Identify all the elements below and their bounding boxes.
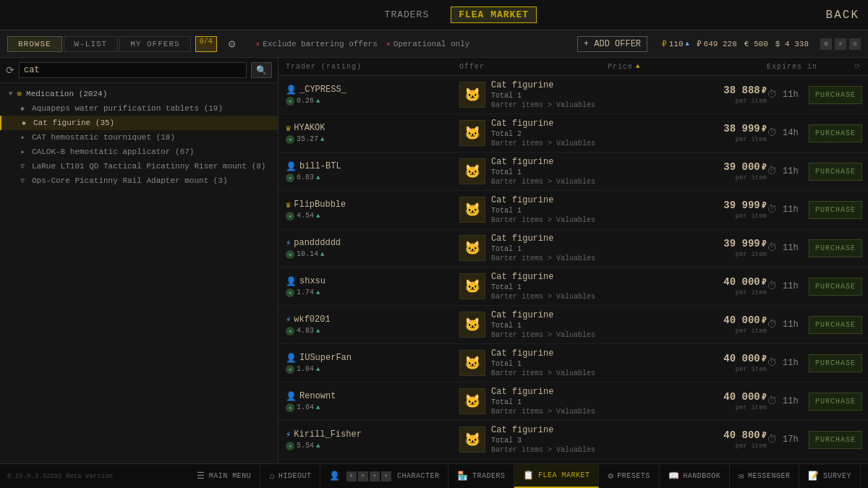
refresh-button[interactable]: ⟳	[6, 64, 14, 77]
offer-cell: 🐱 Cat figurine Total 1 Barter items > Va…	[459, 382, 608, 420]
rating-up-icon: ▲	[316, 213, 320, 220]
ruble-sign: ₽	[762, 430, 767, 441]
flea-market-icon: 📋	[523, 470, 535, 481]
tab-wlist[interactable]: W-LIST	[64, 36, 119, 52]
grid-view-icon[interactable]: ⊞	[820, 38, 832, 50]
tab-my-offers[interactable]: MY OFFERS	[119, 36, 190, 52]
main-menu-icon: ☰	[197, 471, 205, 481]
ruble-sign: ₽	[762, 239, 767, 249]
tab-flea-market[interactable]: FLEA MARKET	[451, 7, 537, 23]
purchase-button[interactable]: PURCHASE	[809, 163, 862, 181]
purchase-button[interactable]: PURCHASE	[809, 316, 862, 334]
item-thumbnail: 🐱	[459, 273, 485, 299]
purchase-button[interactable]: PURCHASE	[809, 239, 862, 257]
offer-details: Cat figurine Total 1 Barter items > Valu…	[491, 387, 595, 416]
table-row[interactable]: 👤 IUSuperFan ● 1.04 ▲ 🐱 Cat figurine Tot…	[278, 344, 868, 382]
nav-flea-market[interactable]: 📋 FLEA MARKET	[514, 464, 599, 488]
refresh-table-icon[interactable]: ⟳	[854, 62, 861, 71]
add-offer-button[interactable]: + ADD OFFER	[577, 36, 647, 52]
exclude-bartering-filter[interactable]: ✕ Exclude bartering offers	[255, 40, 377, 48]
rating-icon: ●	[286, 403, 294, 412]
rating-up-icon: ▲	[316, 289, 320, 296]
nav-survey[interactable]: 📝 SURVEY	[799, 464, 861, 488]
nav-handbook[interactable]: 📖 HANDBOOK	[660, 464, 731, 488]
price-number: 40 000	[723, 353, 760, 364]
clock-icon: ⏱	[767, 242, 777, 254]
table-row[interactable]: ⚡ wkf0201 ● 4.83 ▲ 🐱 Cat figurine Total …	[278, 306, 868, 344]
item-label: LaRue LT101 QD Tactical Picatinny Riser …	[32, 162, 265, 171]
price-number: 39 999	[723, 238, 760, 249]
money-balance3: $ 4 338	[775, 40, 809, 48]
ruble-sign: ₽	[762, 354, 767, 364]
char-add-icon3[interactable]: +	[370, 471, 380, 481]
table-row[interactable]: ♛ FlipBubble ● 4.54 ▲ 🐱 Cat figurine Tot…	[278, 191, 868, 229]
char-add-icon4[interactable]: +	[381, 471, 391, 481]
sidebar-item-cat-tourniquet[interactable]: ✦ CAT hemostatic tourniquet (18)	[0, 130, 278, 145]
sidebar-item-opscore[interactable]: ▽ Ops-Core Picatinny Rail Adapter mount …	[0, 174, 278, 188]
purchase-button[interactable]: PURCHASE	[809, 86, 862, 104]
table-row[interactable]: ♛ HYAKOK ● 35.27 ▲ 🐱 Cat figurine Total …	[278, 114, 868, 153]
sidebar-item-aquapeps[interactable]: ◈ Aquapeps water purification tablets (1…	[0, 101, 278, 116]
table-row[interactable]: ⚡ pandddddd ● 10.14 ▲ 🐱 Cat figurine Tot…	[278, 229, 868, 267]
nav-hideout[interactable]: ⌂ HIDEOUT	[260, 464, 320, 488]
purchase-button[interactable]: PURCHASE	[809, 278, 862, 296]
list-view-icon[interactable]: ≡	[835, 38, 846, 50]
char-add-icon1[interactable]: +	[346, 471, 357, 481]
rating-icon: ●	[286, 288, 294, 297]
expires-time: 11h	[783, 205, 803, 215]
sidebar-item-cat-figurine[interactable]: ◈ Cat figurine (35)	[0, 116, 278, 130]
expires-cell: ⏱ 11h PURCHASE	[767, 201, 861, 219]
table-row[interactable]: ♛ lkty ● 5.28 ▲ 🐱 Cat figurine Total 1 B…	[278, 459, 868, 463]
table-row[interactable]: 👤 Renownt ● 1.64 ▲ 🐱 Cat figurine Total …	[278, 382, 868, 421]
purchase-button[interactable]: PURCHASE	[809, 354, 862, 372]
price-value: 40 000 ₽	[723, 314, 767, 326]
sidebar-item-larue[interactable]: ▽ LaRue LT101 QD Tactical Picatinny Rise…	[0, 159, 278, 174]
purchase-button[interactable]: PURCHASE	[809, 431, 862, 449]
handbook-label: HANDBOOK	[683, 472, 720, 480]
sidebar-item-calok[interactable]: ✦ CALOK-B hemostatic applicator (67)	[0, 145, 278, 159]
nav-main-menu[interactable]: ☰ MAIN MENU	[188, 464, 260, 488]
purchase-button[interactable]: PURCHASE	[809, 201, 862, 219]
offer-category: Barter items > Valuables	[491, 446, 595, 454]
nav-messenger[interactable]: ✉ MESSENGER	[730, 464, 799, 488]
item-thumbnail: 🐱	[459, 197, 485, 223]
sort-arrow-icon: ▲	[636, 63, 640, 70]
price-value: 38 888 ₽	[723, 85, 767, 96]
item-thumbnail: 🐱	[459, 427, 485, 453]
rating-value: 4.83	[297, 327, 314, 335]
settings-icon[interactable]: ⚙	[229, 37, 236, 51]
search-button[interactable]: 🔍	[251, 62, 272, 78]
operational-only-filter[interactable]: ✕ Operational only	[386, 40, 470, 48]
price-number: 40 800	[723, 429, 760, 441]
expires-cell: ⏱ 11h PURCHASE	[767, 239, 861, 257]
table-row[interactable]: ⚡ Kirill_Fisher ● 5.54 ▲ 🐱 Cat figurine …	[278, 421, 868, 459]
tab-browse[interactable]: BROWSE	[7, 36, 62, 52]
trader-name: 👤 Renownt	[286, 391, 459, 402]
offer-name: Cat figurine	[491, 195, 595, 205]
tab-traders[interactable]: TRADERS	[385, 7, 430, 23]
trader-name: 👤 shxsu	[286, 276, 459, 287]
table-row[interactable]: 👤 bill-BTL ● 6.63 ▲ 🐱 Cat figurine Total…	[278, 153, 868, 191]
col-price[interactable]: Price ▲	[608, 63, 767, 71]
sidebar-category-medication[interactable]: ▼ ⊕ Medication (2024)	[0, 86, 278, 101]
search-input[interactable]	[19, 62, 247, 78]
back-button[interactable]: BACK	[826, 9, 859, 22]
compact-view-icon[interactable]: ⊟	[849, 38, 861, 50]
expires-cell: ⏱ 11h PURCHASE	[767, 316, 861, 334]
per-item-label: per item	[736, 98, 767, 105]
purchase-button[interactable]: PURCHASE	[809, 124, 862, 142]
item-icon: ▽	[17, 162, 27, 171]
rating-icon: ●	[286, 250, 294, 259]
table-row[interactable]: 👤 shxsu ● 1.74 ▲ 🐱 Cat figurine Total 1 …	[278, 267, 868, 306]
purchase-button[interactable]: PURCHASE	[809, 393, 862, 411]
char-add-icon2[interactable]: +	[358, 471, 368, 481]
view-toggle: ⊞ ≡ ⊟	[820, 38, 861, 50]
nav-presets[interactable]: ⚙ PRESETS	[599, 464, 659, 488]
crown-icon: ♛	[286, 123, 291, 134]
rating-up-icon: ▲	[316, 404, 320, 411]
item-label: CAT hemostatic tourniquet (18)	[32, 133, 175, 142]
trader-name: 👤 IUSuperFan	[286, 353, 459, 364]
table-row[interactable]: 👤 _CYPRESS_ ● 0.26 ▲ 🐱 Cat figurine Tota…	[278, 76, 868, 114]
nav-character[interactable]: 👤 + + + + CHARACTER	[320, 464, 448, 488]
nav-traders[interactable]: 🏪 TRADERS	[448, 464, 514, 488]
